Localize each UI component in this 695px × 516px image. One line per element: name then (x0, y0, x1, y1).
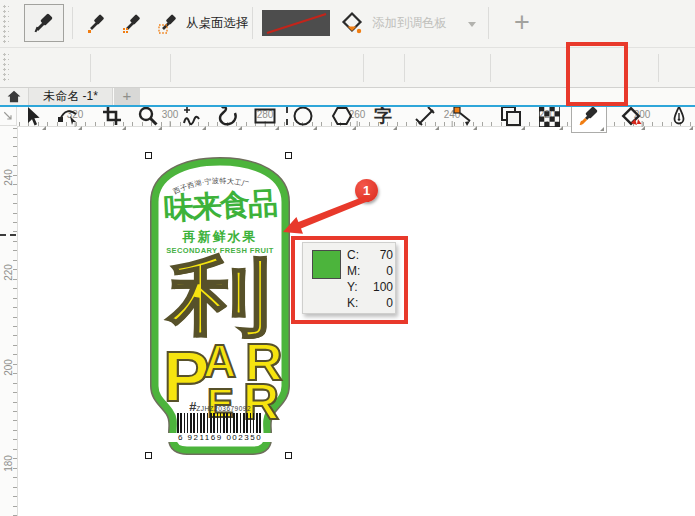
separator (488, 7, 489, 39)
eyedropper-1x1-icon (86, 12, 108, 34)
annotation-box-tooltip (291, 236, 408, 324)
ruler-origin-icon (2, 110, 14, 122)
toolbar-grip[interactable] (2, 4, 9, 43)
yellow-letter: A (203, 338, 236, 384)
separator (490, 54, 491, 82)
separator (363, 54, 364, 82)
cursor-position-marker (0, 234, 16, 236)
toolbar-grip[interactable] (2, 52, 9, 83)
ruler-ticks (13, 126, 17, 516)
checkerboard-icon (539, 106, 560, 127)
sku-code: ZJHZ203679092 (196, 405, 251, 412)
add-to-palette-icon (336, 4, 368, 42)
separator (658, 54, 659, 82)
selection-handle[interactable] (145, 152, 152, 159)
ruler-number: 180 (3, 453, 14, 475)
big-yellow-character: 利 (141, 254, 300, 338)
rectangle-icon (253, 105, 277, 127)
crop-icon (101, 105, 123, 127)
add-button[interactable]: + (506, 0, 538, 47)
home-icon (7, 90, 21, 103)
property-bar: 从桌面选择 添加到调色板 + (0, 0, 695, 48)
annotation-arrow (270, 185, 380, 245)
annotation-box-eyedropper (566, 42, 628, 106)
ruler-origin-corner[interactable] (0, 107, 17, 126)
sample-size-1x1-button[interactable] (80, 4, 114, 42)
eyedropper-icon (32, 11, 56, 35)
fill-diamond-icon (619, 104, 643, 128)
eyedropper-sample-button[interactable] (24, 4, 64, 42)
sample-size-2x2-button[interactable] (116, 4, 150, 42)
pen-nib-icon (668, 105, 690, 127)
barcode (177, 413, 263, 435)
selection-handle[interactable] (145, 452, 152, 459)
color-eyedropper-icon (577, 104, 601, 128)
separator (170, 54, 171, 82)
sampled-color-preview (262, 10, 330, 36)
chevron-down-icon[interactable] (468, 22, 476, 27)
new-tab-button[interactable]: + (114, 88, 140, 105)
text-tool-glyph: 字 (374, 107, 392, 125)
ruler-number: 200 (3, 357, 14, 379)
ruler-number: 220 (3, 262, 14, 284)
magnifier-icon (137, 105, 159, 127)
barcode-digits: 6 921169 002350 (167, 433, 273, 442)
separator (252, 7, 253, 39)
ruler-number: 240 (3, 167, 14, 189)
home-tab[interactable] (0, 88, 28, 105)
vertical-ruler[interactable]: 240 220 200 180 (0, 126, 18, 516)
shape-node-icon (56, 105, 80, 127)
hexagon-icon (330, 105, 354, 127)
curve-loop-icon (216, 104, 240, 128)
selection-handle[interactable] (285, 452, 292, 459)
block-shadow-icon (499, 104, 523, 128)
eyedropper-2x2-icon (122, 12, 144, 34)
sample-size-5x5-button[interactable] (152, 4, 186, 42)
ellipse-icon (292, 105, 314, 127)
tab-untitled-1[interactable]: 未命名 -1* (28, 88, 113, 105)
select-from-desktop-label[interactable]: 从桌面选择 (186, 0, 249, 47)
separator (90, 54, 91, 82)
freehand-icon (181, 105, 203, 127)
add-to-palette-label[interactable]: 添加到调色板 (372, 0, 447, 47)
dimension-line-icon (414, 105, 436, 127)
eyedropper-5x5-icon (158, 12, 180, 34)
connector-icon (452, 105, 474, 127)
pick-arrow-icon (21, 105, 43, 127)
separator (404, 54, 405, 82)
separator (72, 7, 73, 39)
selection-handle[interactable] (285, 152, 292, 159)
